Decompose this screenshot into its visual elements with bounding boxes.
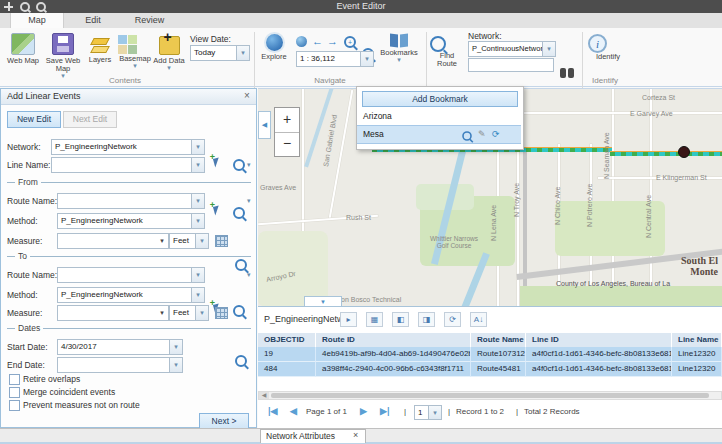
basemap-button[interactable]: Basemap ▾ [118,35,152,69]
start-date-label: Start Date: [7,342,48,352]
horizontal-scrollbar[interactable]: ◀ [258,391,722,400]
line-zoom-caret-icon[interactable]: ▾ [247,162,251,168]
caret-icon: ▾ [156,234,168,248]
table-row[interactable]: 484 a398ff4c-2940-4c00-96b6-c6343f8f1711… [258,362,722,377]
switch-selection-icon[interactable]: ◧ [392,312,409,327]
from-measure-table-icon[interactable] [215,235,228,247]
from-measure-input[interactable]: ▾ [57,233,169,249]
to-measure-zoom-icon[interactable] [235,355,247,367]
page-number-select[interactable]: 1 ▾ [414,405,442,420]
collapse-panel-left-button[interactable]: ◀ [258,111,271,139]
event-editor-app: Event Editor Map Edit Review Web Map Sav… [0,0,722,444]
save-web-map-button[interactable]: Save Web Map ▾ [44,33,82,79]
table-row[interactable]: 19 4eb9419b-af9b-4d04-ab69-1d490476e02b … [258,347,722,362]
sort-icon[interactable]: A↓ [470,312,487,327]
from-unit-select[interactable]: Feet ▾ [169,233,209,249]
tab-review[interactable]: Review [122,13,177,28]
bookmarks-button[interactable]: Bookmarks ▾ [378,34,420,63]
caret-icon: ▾ [169,358,182,372]
select-features-icon[interactable]: ▸ [340,312,357,327]
next-edit-button[interactable]: Next Edit [63,111,117,128]
page-status: Page 1 of 1 [306,407,347,416]
prevent-measures-checkbox[interactable] [9,400,20,411]
clear-selection-icon[interactable]: ◨ [418,312,435,327]
to-route-name-select[interactable]: ▾ [57,267,205,283]
from-route-zoom-caret-icon[interactable]: ▾ [247,198,251,204]
poi-label: Don Bosco Technical [336,296,401,303]
next-page-icon[interactable]: ▶ [360,406,367,416]
add-data-button[interactable]: Add Data ▾ [152,36,186,71]
layers-button[interactable]: Layers [84,36,116,64]
street-label: N Troy Ave [513,169,520,217]
previous-extent-icon[interactable]: ← [312,36,323,47]
find-route-button[interactable]: Find Route [430,36,464,68]
to-unit-select[interactable]: Feet ▾ [169,305,209,321]
bookmark-zoom-icon[interactable] [462,131,472,141]
end-date-select[interactable]: ▾ [57,357,183,373]
full-extent-icon[interactable] [296,36,307,47]
prev-page-icon[interactable]: ◀ [290,406,297,416]
network-select[interactable]: P_ContinuousNetwork ▾ [468,41,556,57]
identify-button[interactable]: i Identify [588,34,628,61]
zoom-in-tool-icon[interactable]: + [344,36,356,48]
column-header[interactable]: Route ID [316,333,471,347]
column-header[interactable]: OBJECTID [258,333,316,347]
from-method-select[interactable]: P_EngineeringNetwork ▾ [57,213,205,229]
tab-network-attributes[interactable]: Network Attributes × [260,429,366,443]
line-name-select[interactable]: ▾ [51,157,205,173]
map-zoom-out-button[interactable]: − [275,133,299,156]
scrollbar-thumb[interactable] [271,393,709,398]
web-map-button[interactable]: Web Map [4,33,42,65]
start-date-select[interactable]: 4/30/2017 ▾ [57,339,183,355]
find-route-input[interactable] [468,58,554,72]
scale-select[interactable]: 1 : 36,112 ▾ [296,51,374,67]
column-header[interactable]: Line ID [526,333,672,347]
add-bookmark-button[interactable]: Add Bookmark [362,91,518,107]
to-route-zoom-caret-icon[interactable]: ▾ [247,272,251,278]
from-route-name-select[interactable]: ▾ [57,193,205,209]
panel-network-select[interactable]: P_EngineeringNetwork ▾ [51,139,205,155]
from-route-zoom-icon[interactable] [233,207,245,219]
view-date-select[interactable]: Today ▾ [190,45,250,61]
to-route-zoom-icon[interactable] [233,305,245,317]
to-method-select[interactable]: P_EngineeringNetwork ▾ [57,287,205,303]
explore-button[interactable]: Explore [258,34,290,61]
last-page-icon[interactable]: ▶| [380,406,389,416]
street-label: E Klingerman St [656,174,707,181]
ribbon: Web Map Save Web Map ▾ Layers Basemap ▾ … [0,28,722,87]
basemap-caret-icon: ▾ [118,63,152,69]
line-zoom-icon[interactable] [233,159,245,171]
bookmark-item-arizona[interactable]: Arizona [363,111,517,123]
column-header[interactable]: Route Name [471,333,526,347]
caret-icon: ▾ [191,214,204,228]
bookmark-refresh-icon[interactable]: ⟳ [492,129,500,139]
street-label: E Garvey Ave [630,110,673,117]
retire-overlaps-checkbox[interactable] [9,374,20,385]
panel-header: Add Linear Events × [1,89,256,105]
route-marker[interactable] [678,146,690,158]
to-measure-table-icon[interactable] [215,307,228,319]
separator: | [448,407,450,416]
bottom-tab-strip: Network Attributes × [0,428,722,444]
tab-edit[interactable]: Edit [68,13,118,28]
column-header[interactable]: Line Name [672,333,722,347]
bookmark-item-mesa[interactable]: Mesa ✎ ⟳ [357,125,521,144]
next-extent-icon[interactable]: → [327,36,338,47]
place-label: South El Monte [664,255,718,277]
show-table-icon[interactable]: ▦ [366,312,383,327]
refresh-table-icon[interactable]: ⟳ [444,312,461,327]
map-zoom-in-button[interactable]: + [275,108,299,133]
panel-close-icon[interactable]: × [244,90,250,101]
merge-coincident-checkbox[interactable] [9,387,20,398]
bookmark-edit-icon[interactable]: ✎ [478,129,486,139]
new-edit-button[interactable]: New Edit [7,111,61,128]
bookmarks-icon [390,34,408,47]
first-page-icon[interactable]: |◀ [268,406,277,416]
tab-close-icon[interactable]: × [353,430,358,440]
tab-map[interactable]: Map [10,13,64,28]
to-measure-input[interactable]: ▾ [57,305,169,321]
scrollbar-left-arrow[interactable]: ◀ [259,392,269,399]
dates-section-header: Dates [7,323,251,333]
highway-line [523,151,527,307]
title-bar: Event Editor [0,0,722,13]
